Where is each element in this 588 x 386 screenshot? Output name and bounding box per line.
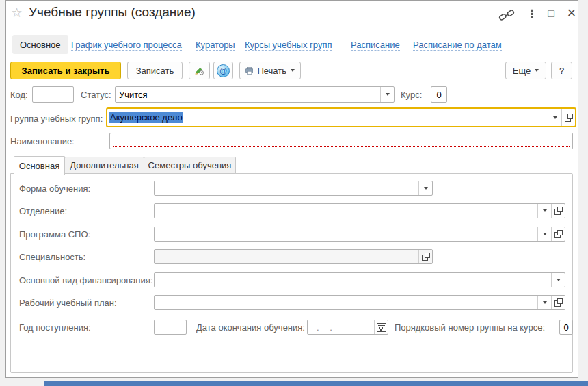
dropdown-caret-icon <box>386 93 390 96</box>
more-dropdown-caret-icon <box>535 69 539 72</box>
screen: ☆ Учебные группы (создание) ⋮ □ × Основн… <box>0 0 588 386</box>
curriculum-combobox[interactable] <box>154 295 565 310</box>
group-value: Акушерское дело <box>107 112 548 123</box>
edit-history-button[interactable] <box>189 62 210 79</box>
end-date-value: . . <box>308 322 374 333</box>
pencil-clock-icon <box>195 65 204 76</box>
spo-program-open-button[interactable] <box>551 227 565 241</box>
name-input[interactable] <box>109 133 573 149</box>
curriculum-open-button[interactable] <box>551 296 565 309</box>
financing-combobox[interactable] <box>154 272 565 287</box>
curriculum-label: Рабочий учебный план: <box>19 298 117 308</box>
curriculum-dropdown-button[interactable] <box>537 296 551 309</box>
admission-year-label: Год поступления: <box>19 322 91 333</box>
open-item-icon <box>565 114 573 122</box>
code-input[interactable] <box>32 86 74 103</box>
dropdown-caret-icon <box>543 209 547 212</box>
print-dropdown-caret-icon <box>291 69 295 72</box>
status-combobox[interactable]: Учится <box>115 86 395 103</box>
status-value: Учится <box>116 90 380 100</box>
email-at-icon: @ <box>217 64 230 77</box>
department-label: Отделение: <box>19 206 67 216</box>
link-icon <box>498 10 515 21</box>
print-button[interactable]: Печать <box>239 62 301 79</box>
spo-program-label: Программа СПО: <box>19 229 90 240</box>
end-date-label: Дата окончания обучения: <box>196 322 305 333</box>
study-form-dropdown-button[interactable] <box>418 181 432 195</box>
print-label: Печать <box>257 66 286 76</box>
department-open-button[interactable] <box>551 204 565 218</box>
favorite-star-icon[interactable]: ☆ <box>11 5 23 21</box>
nav-link-group-courses[interactable]: Курсы учебных групп <box>245 40 332 51</box>
financing-dropdown-button[interactable] <box>551 273 565 287</box>
more-actions-label: Еще <box>513 66 531 76</box>
financing-label: Основной вид финансирования: <box>19 275 152 285</box>
open-item-icon <box>554 298 563 307</box>
status-label: Статус: <box>81 90 111 100</box>
study-form-label: Форма обучения: <box>19 183 90 194</box>
selected-text: Акушерское дело <box>109 112 183 123</box>
spo-program-dropdown-button[interactable] <box>537 227 551 241</box>
group-number-label: Порядковый номер группы на курсе: <box>395 322 545 333</box>
end-date-input[interactable]: . . <box>307 320 388 335</box>
group-dropdown-button[interactable] <box>548 109 561 126</box>
tab-semesters[interactable]: Семестры обучения <box>144 157 236 174</box>
dropdown-caret-icon <box>424 187 428 190</box>
group-number-value: 0 <box>560 322 572 333</box>
tab-additional[interactable]: Дополнительная <box>64 157 144 174</box>
printer-icon <box>245 66 253 76</box>
admission-year-input[interactable] <box>154 320 187 335</box>
group-combobox[interactable]: Акушерское дело <box>106 107 576 127</box>
group-open-button[interactable] <box>561 109 575 126</box>
dropdown-caret-icon <box>543 233 547 235</box>
open-item-icon <box>554 207 563 215</box>
calendar-icon <box>377 323 386 332</box>
more-actions-button[interactable]: Еще <box>505 62 546 79</box>
speciality-field[interactable] <box>154 249 433 264</box>
background-taskbar-strip <box>44 381 588 386</box>
help-button[interactable]: ? <box>551 62 572 79</box>
code-label: Код: <box>10 90 28 100</box>
speciality-open-button[interactable] <box>418 250 432 263</box>
group-number-input[interactable]: 0 <box>559 320 573 335</box>
nav-link-schedule-process[interactable]: График учебного процесса <box>71 40 182 51</box>
dropdown-caret-icon <box>557 279 561 281</box>
nav-link-timetable[interactable]: Расписание <box>351 40 400 51</box>
course-input[interactable]: 0 <box>431 86 447 103</box>
maximize-icon[interactable]: □ <box>544 5 558 22</box>
copy-link-icon[interactable] <box>498 8 516 22</box>
study-form-combobox[interactable] <box>154 181 433 196</box>
group-label: Группа учебных групп: <box>10 114 103 124</box>
dropdown-caret-icon <box>543 301 547 304</box>
window-title: Учебные группы (создание) <box>29 5 196 20</box>
close-icon[interactable]: × <box>563 3 580 23</box>
nav-link-curators[interactable]: Кураторы <box>196 40 235 51</box>
spo-program-combobox[interactable] <box>154 227 565 242</box>
more-menu-icon[interactable]: ⋮ <box>525 5 539 22</box>
save-and-close-button[interactable]: Записать и закрыть <box>10 62 121 79</box>
dropdown-caret-icon <box>553 116 557 119</box>
save-and-close-label: Записать и закрыть <box>22 66 110 76</box>
help-label: ? <box>559 66 564 76</box>
department-combobox[interactable] <box>154 203 565 218</box>
save-label: Записать <box>136 66 174 76</box>
speciality-label: Специальность: <box>19 252 85 262</box>
tab-main[interactable]: Основная <box>14 156 65 175</box>
department-dropdown-button[interactable] <box>537 204 551 218</box>
open-item-icon <box>554 230 563 238</box>
nav-link-timetable-by-dates[interactable]: Расписание по датам <box>413 40 502 51</box>
save-button[interactable]: Записать <box>127 62 183 79</box>
name-label: Наименование: <box>10 136 75 146</box>
nav-tab-main[interactable]: Основное <box>12 35 68 54</box>
email-button[interactable]: @ <box>213 62 233 79</box>
open-item-icon <box>422 253 430 261</box>
status-dropdown-button[interactable] <box>380 87 394 102</box>
course-value: 0 <box>431 90 446 100</box>
end-date-calendar-button[interactable] <box>374 320 388 334</box>
course-label: Курс: <box>401 90 422 100</box>
